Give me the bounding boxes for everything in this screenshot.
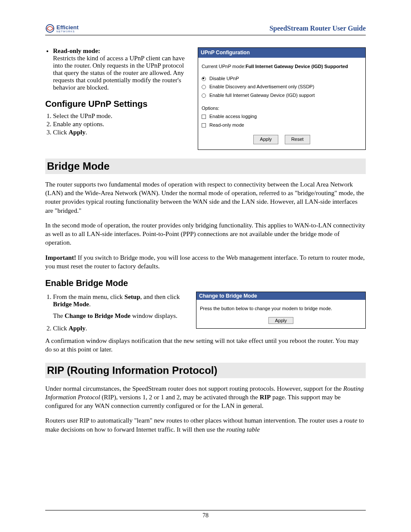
logo-icon: [45, 24, 55, 33]
readonly-bullet: Read-only mode: Restricts the kind of ac…: [53, 47, 190, 91]
bridge-panel-text: Press the button below to change your mo…: [200, 306, 362, 311]
checkbox-readonly-mode[interactable]: [202, 123, 206, 128]
radio-ssdp[interactable]: [202, 85, 206, 89]
rip-heading: RIP (Routing Information Protocol): [45, 363, 366, 378]
apply-button[interactable]: Apply: [253, 135, 278, 144]
guide-title: SpeedStream Router User Guide: [269, 25, 366, 32]
configure-heading: Configure UPnP Settings: [45, 99, 190, 109]
upnp-config-panel: UPnP Configuration Current UPnP mode: Fu…: [198, 47, 366, 150]
bridge-panel-title: Change to Bridge Mode: [196, 292, 365, 300]
configure-steps: Select the UPnP mode. Enable any options…: [53, 112, 190, 136]
options-label: Options:: [202, 105, 362, 112]
checkbox-label: Enable access logging: [209, 113, 257, 121]
radio-igd[interactable]: [202, 93, 206, 98]
checkbox-label: Read-only mode: [209, 121, 244, 129]
readonly-text: Restricts the kind of access a UPnP clie…: [53, 55, 185, 91]
enable-bridge-steps: From the main menu, click Setup, and the…: [53, 293, 188, 332]
bridge-mode-panel: Change to Bridge Mode Press the button b…: [196, 292, 366, 329]
enable-bridge-confirmation: A confirmation window displays notificat…: [45, 336, 366, 354]
radio-disable-upnp[interactable]: [202, 77, 206, 81]
radio-label: Disable UPnP: [209, 75, 239, 83]
list-item: Click Apply.: [53, 129, 190, 136]
enable-bridge-heading: Enable Bridge Mode: [45, 278, 366, 288]
readonly-heading: Read-only mode:: [53, 47, 100, 54]
bridge-p3: Important! If you switch to Bridge mode,…: [45, 253, 366, 271]
logo: Efficient NETWORKS: [45, 24, 78, 33]
bridge-mode-heading: Bridge Mode: [45, 159, 366, 174]
checkbox-access-logging[interactable]: [202, 115, 206, 119]
logo-name: Efficient: [56, 25, 78, 30]
list-item: Select the UPnP mode.: [53, 112, 190, 120]
upnp-current-value: Full Internet Gateway Device (IGD) Suppo…: [246, 63, 348, 71]
rip-p1: Under normal circumstances, the SpeedStr…: [45, 384, 366, 411]
radio-label: Enable Discovery and Advertisement only …: [209, 83, 314, 91]
reset-button[interactable]: Reset: [285, 135, 310, 144]
upnp-panel-title: UPnP Configuration: [198, 48, 365, 58]
bridge-p1: The router supports two fundamental mode…: [45, 180, 366, 215]
list-item: From the main menu, click Setup, and the…: [53, 293, 188, 324]
page-header: Efficient NETWORKS SpeedStream Router Us…: [45, 24, 366, 35]
rip-p2: Routers user RIP to automatically "learn…: [45, 416, 366, 434]
list-item: Enable any options.: [53, 121, 190, 128]
upnp-current-label: Current UPnP mode:: [202, 63, 246, 71]
list-item: Click Apply.: [53, 325, 188, 332]
page-number: 78: [45, 510, 366, 519]
bridge-p2: In the second mode of operation, the rou…: [45, 221, 366, 247]
radio-label: Enable full Internet Gateway Device (IGD…: [209, 92, 315, 100]
apply-button[interactable]: Apply: [268, 317, 293, 324]
